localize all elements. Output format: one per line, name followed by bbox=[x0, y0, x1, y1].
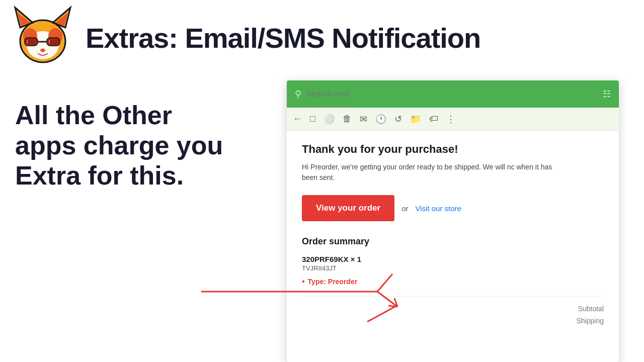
delete-icon[interactable]: 🗑 bbox=[343, 114, 352, 124]
svg-point-17 bbox=[53, 48, 55, 50]
logo bbox=[10, 5, 75, 70]
gmail-search-bar: ⚲ ☷ bbox=[287, 80, 619, 108]
search-input[interactable] bbox=[306, 89, 598, 99]
order-summary-heading: Order summary bbox=[302, 236, 604, 247]
clock-icon[interactable]: 🕐 bbox=[375, 114, 386, 125]
more-icon[interactable]: ⋮ bbox=[446, 114, 455, 125]
order-item-id: TVJRII43JT bbox=[302, 264, 604, 272]
spam-icon[interactable]: ⚪ bbox=[324, 114, 335, 125]
shipping-row: Shipping bbox=[302, 315, 604, 327]
main-pitch-text: All the Other apps charge you Extra for … bbox=[15, 101, 231, 191]
visit-store-link[interactable]: Visit our store bbox=[416, 204, 461, 213]
order-type-value: Type: Preorder bbox=[308, 278, 358, 286]
or-separator: or bbox=[401, 204, 408, 213]
label-icon[interactable]: 🏷 bbox=[429, 114, 438, 124]
left-text-block: All the Other apps charge you Extra for … bbox=[15, 101, 231, 191]
email-body: Hi Preorder, we're getting your order re… bbox=[302, 162, 553, 183]
bullet-icon: • bbox=[302, 277, 305, 286]
reply-icon[interactable]: ↺ bbox=[394, 114, 402, 125]
order-item: 320PRF69KX × 1 TVJRII43JT • Type: Preord… bbox=[302, 255, 604, 286]
shipping-label: Shipping bbox=[543, 317, 604, 325]
search-icon: ⚲ bbox=[295, 88, 301, 100]
svg-point-15 bbox=[40, 49, 45, 52]
page-title: Extras: Email/SMS Notification bbox=[86, 22, 480, 54]
svg-point-16 bbox=[30, 48, 32, 50]
email-content: Thank you for your purchase! Hi Preorder… bbox=[287, 131, 619, 339]
email-action-buttons: View your order or Visit our store bbox=[302, 195, 604, 221]
order-type-line: • Type: Preorder bbox=[302, 277, 604, 286]
back-icon[interactable]: ← bbox=[293, 114, 302, 124]
header: Extras: Email/SMS Notification bbox=[0, 0, 644, 75]
filter-icon[interactable]: ☷ bbox=[603, 88, 611, 100]
subtotal-label: Subtotal bbox=[543, 305, 604, 313]
view-order-button[interactable]: View your order bbox=[302, 195, 394, 221]
mail-icon[interactable]: ✉ bbox=[360, 114, 367, 125]
gmail-toolbar: ← □ ⚪ 🗑 ✉ 🕐 ↺ 📁 🏷 ⋮ bbox=[287, 108, 619, 131]
archive-icon[interactable]: □ bbox=[310, 114, 315, 124]
email-panel: ⚲ ☷ ← □ ⚪ 🗑 ✉ 🕐 ↺ 📁 🏷 ⋮ Thank you for yo… bbox=[287, 80, 619, 362]
email-subject: Thank you for your purchase! bbox=[302, 143, 604, 156]
subtotal-row: Subtotal bbox=[302, 303, 604, 315]
folder-icon[interactable]: 📁 bbox=[410, 114, 421, 125]
order-item-code: 320PRF69KX × 1 bbox=[302, 255, 604, 263]
order-footer: Subtotal Shipping bbox=[302, 296, 604, 327]
